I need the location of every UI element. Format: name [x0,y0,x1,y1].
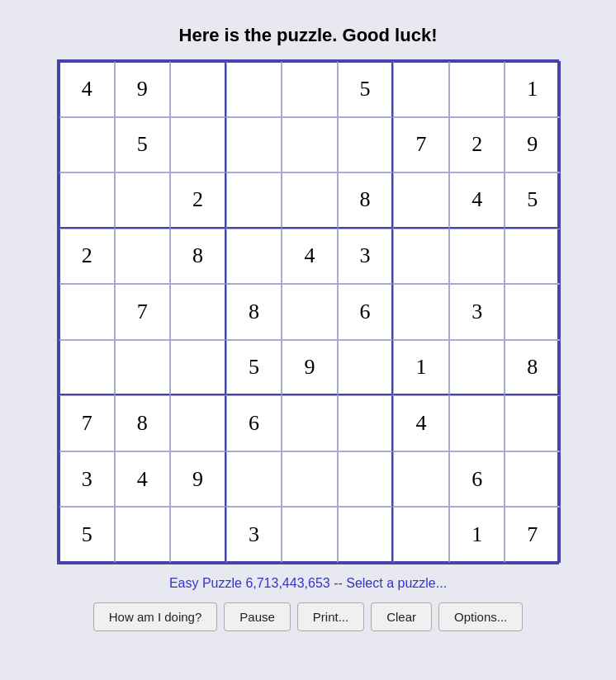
cell-5-9[interactable] [505,284,561,340]
cell-8-5[interactable] [282,451,338,508]
cell-3-2[interactable] [115,172,171,229]
cell-4-5[interactable]: 4 [282,229,338,285]
cell-8-2[interactable]: 4 [115,451,171,508]
cell-8-3[interactable]: 9 [170,451,226,508]
cell-9-2[interactable] [115,507,171,563]
cell-6-8[interactable] [449,340,505,396]
cell-4-6[interactable]: 3 [338,229,394,285]
cell-9-7[interactable] [393,507,449,563]
cell-9-4[interactable]: 3 [226,507,282,563]
cell-9-6[interactable] [338,507,394,563]
cell-5-3[interactable] [170,284,226,340]
cell-2-1[interactable] [59,117,115,173]
cell-9-8[interactable]: 1 [449,507,505,563]
options-button[interactable]: Options... [438,602,523,631]
cell-1-6[interactable]: 5 [338,61,394,117]
cell-8-7[interactable] [393,451,449,508]
cell-8-1[interactable]: 3 [59,451,115,508]
cell-5-8[interactable]: 3 [449,284,505,340]
cell-8-8[interactable]: 6 [449,451,505,508]
cell-9-3[interactable] [170,507,226,563]
cell-2-8[interactable]: 2 [449,117,505,173]
clear-button[interactable]: Clear [371,602,432,631]
cell-6-9[interactable]: 8 [505,340,561,396]
cell-5-4[interactable]: 8 [226,284,282,340]
sudoku-wrapper: 495157292845284378635918786434965317 [57,59,559,564]
cell-8-4[interactable] [226,451,282,508]
buttons-row: How am I doing? Pause Print... Clear Opt… [93,602,524,631]
cell-6-3[interactable] [170,340,226,396]
cell-1-3[interactable] [170,61,226,117]
cell-4-9[interactable] [505,229,561,285]
cell-9-1[interactable]: 5 [59,507,115,563]
cell-3-6[interactable]: 8 [338,172,394,229]
cell-3-4[interactable] [226,172,282,229]
how-am-i-doing-button[interactable]: How am I doing? [93,602,218,631]
cell-7-8[interactable] [449,395,505,451]
cell-7-2[interactable]: 8 [115,395,171,451]
cell-1-4[interactable] [226,61,282,117]
cell-4-3[interactable]: 8 [170,229,226,285]
cell-6-1[interactable] [59,340,115,396]
cell-2-2[interactable]: 5 [115,117,171,173]
cell-8-9[interactable] [505,451,561,508]
cell-2-4[interactable] [226,117,282,173]
cell-6-5[interactable]: 9 [282,340,338,396]
cell-1-8[interactable] [449,61,505,117]
cell-2-7[interactable]: 7 [393,117,449,173]
cell-1-2[interactable]: 9 [115,61,171,117]
page-container: Here is the puzzle. Good luck! 495157292… [17,17,599,631]
cell-1-7[interactable] [393,61,449,117]
cell-1-9[interactable]: 1 [505,61,561,117]
cell-2-3[interactable] [170,117,226,173]
cell-7-7[interactable]: 4 [393,395,449,451]
cell-3-8[interactable]: 4 [449,172,505,229]
cell-5-2[interactable]: 7 [115,284,171,340]
cell-2-6[interactable] [338,117,394,173]
print-button[interactable]: Print... [297,602,364,631]
cell-9-9[interactable]: 7 [505,507,561,563]
cell-2-5[interactable] [282,117,338,173]
cell-3-3[interactable]: 2 [170,172,226,229]
cell-4-1[interactable]: 2 [59,229,115,285]
cell-7-1[interactable]: 7 [59,395,115,451]
cell-3-1[interactable] [59,172,115,229]
cell-9-5[interactable] [282,507,338,563]
cell-6-6[interactable] [338,340,394,396]
cell-7-3[interactable] [170,395,226,451]
cell-1-5[interactable] [282,61,338,117]
pause-button[interactable]: Pause [224,602,291,631]
cell-3-9[interactable]: 5 [505,172,561,229]
cell-7-4[interactable]: 6 [226,395,282,451]
cell-4-4[interactable] [226,229,282,285]
page-title: Here is the puzzle. Good luck! [179,25,438,46]
cell-1-1[interactable]: 4 [59,61,115,117]
puzzle-info-text[interactable]: Easy Puzzle 6,713,443,653 -- Select a pu… [169,576,447,590]
cell-6-2[interactable] [115,340,171,396]
cell-7-6[interactable] [338,395,394,451]
cell-5-5[interactable] [282,284,338,340]
cell-3-7[interactable] [393,172,449,229]
cell-8-6[interactable] [338,451,394,508]
cell-5-1[interactable] [59,284,115,340]
cell-4-2[interactable] [115,229,171,285]
cell-7-5[interactable] [282,395,338,451]
puzzle-info[interactable]: Easy Puzzle 6,713,443,653 -- Select a pu… [169,576,447,591]
cell-6-4[interactable]: 5 [226,340,282,396]
cell-4-8[interactable] [449,229,505,285]
cell-6-7[interactable]: 1 [393,340,449,396]
cell-4-7[interactable] [393,229,449,285]
sudoku-grid: 495157292845284378635918786434965317 [59,61,561,563]
cell-5-6[interactable]: 6 [338,284,394,340]
cell-3-5[interactable] [282,172,338,229]
cell-7-9[interactable] [505,395,561,451]
cell-5-7[interactable] [393,284,449,340]
cell-2-9[interactable]: 9 [505,117,561,173]
